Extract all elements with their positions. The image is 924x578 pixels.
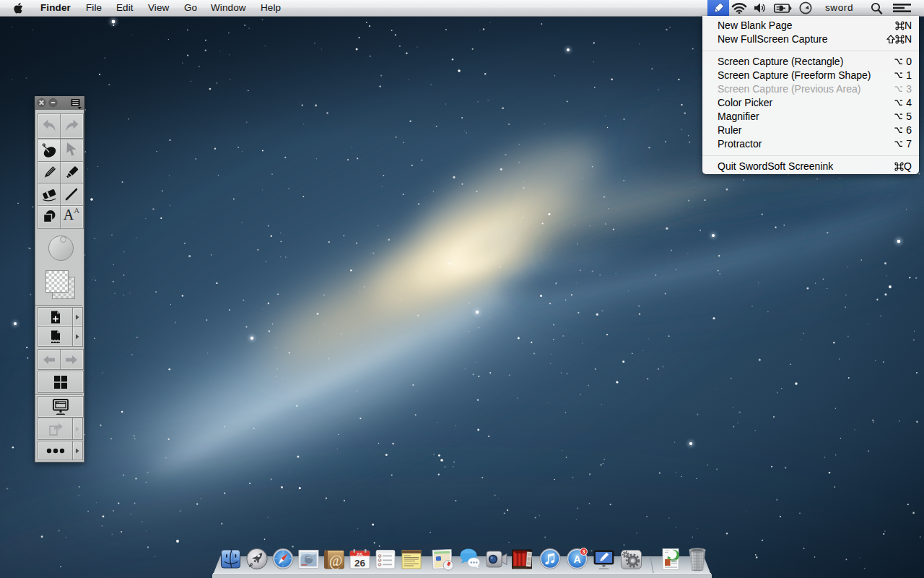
- svg-text:@: @: [329, 553, 342, 569]
- svg-text:JUL: JUL: [357, 552, 363, 556]
- svg-text:26: 26: [354, 558, 366, 569]
- svg-text:A: A: [573, 553, 580, 565]
- svg-text:3: 3: [582, 548, 585, 555]
